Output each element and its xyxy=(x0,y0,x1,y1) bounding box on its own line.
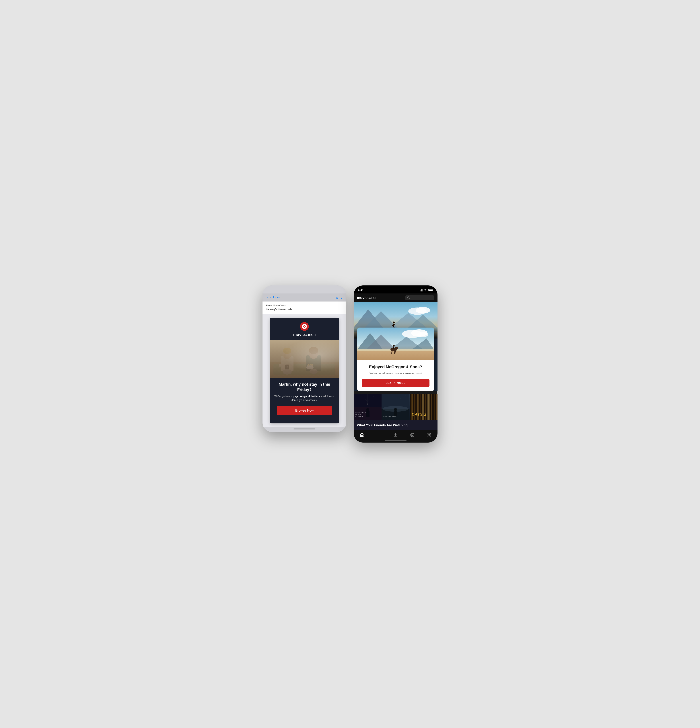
svg-point-62 xyxy=(411,329,428,337)
svg-marker-58 xyxy=(366,335,396,350)
svg-rect-50 xyxy=(393,324,394,327)
nav-menu[interactable] xyxy=(376,433,381,437)
search-bar[interactable] xyxy=(405,295,434,300)
settings-icon xyxy=(427,433,431,437)
email-body-text: We've got more psychological thrillers y… xyxy=(274,394,335,402)
svg-rect-21 xyxy=(306,355,321,371)
svg-line-39 xyxy=(409,298,409,299)
email-hero-image xyxy=(270,340,339,378)
svg-point-5 xyxy=(306,326,307,327)
svg-rect-56 xyxy=(357,328,434,360)
svg-point-107 xyxy=(412,433,413,435)
browse-now-button[interactable]: Browse Now xyxy=(277,406,332,415)
svg-point-6 xyxy=(303,325,304,326)
svg-point-4 xyxy=(302,326,303,327)
svg-point-89 xyxy=(406,396,406,396)
app-notch xyxy=(383,285,408,290)
svg-rect-72 xyxy=(393,347,394,349)
svg-point-66 xyxy=(395,347,398,349)
svg-rect-101 xyxy=(362,435,363,437)
tile-label-spider: THE SPIDERIN THEBATHTUB xyxy=(356,412,366,418)
svg-point-16 xyxy=(283,348,291,354)
phones-container: ＜ < Inbox ∧ ∨ From: MovieCanon January's… xyxy=(262,285,438,442)
signal-icon xyxy=(419,289,423,292)
svg-line-68 xyxy=(393,351,393,354)
phone-app: 9:41 xyxy=(354,285,438,442)
email-headline: Martin, why not stay in this Friday? xyxy=(274,382,335,392)
email-card-text: Martin, why not stay in this Friday? We'… xyxy=(270,378,339,423)
search-icon xyxy=(407,296,410,299)
app-bottom-nav xyxy=(354,430,438,439)
svg-rect-32 xyxy=(421,290,421,292)
download-icon xyxy=(393,433,398,437)
svg-point-15 xyxy=(283,350,291,359)
app-time: 9:41 xyxy=(358,289,363,292)
svg-point-24 xyxy=(306,365,314,369)
inbox-label[interactable]: < Inbox xyxy=(270,296,281,299)
promo-headline: Enjoyed McGregor & Sons? xyxy=(362,364,430,370)
app-logo-bold: movie xyxy=(357,296,367,300)
svg-rect-18 xyxy=(285,364,289,371)
email-body: moviecanon xyxy=(262,314,346,427)
svg-point-78 xyxy=(367,403,369,405)
status-icons xyxy=(419,289,433,292)
email-nav-chevrons: ∧ ∨ xyxy=(336,295,343,299)
phone-email: ＜ < Inbox ∧ ∨ From: MovieCanon January's… xyxy=(262,285,346,432)
svg-point-63 xyxy=(418,332,428,337)
svg-marker-57 xyxy=(357,333,383,350)
svg-point-2 xyxy=(304,325,305,325)
svg-point-85 xyxy=(394,408,397,410)
up-chevron-icon[interactable]: ∧ xyxy=(336,295,338,299)
svg-rect-36 xyxy=(432,290,433,290)
nav-home[interactable] xyxy=(360,433,364,437)
movie-tile-spider[interactable]: THE SPIDERIN THEBATHTUB xyxy=(354,394,382,420)
app-hero-section: Enjoyed McGregor & Sons? We've got all s… xyxy=(354,302,438,391)
svg-point-88 xyxy=(400,399,401,399)
svg-point-29 xyxy=(282,369,292,374)
wifi-icon xyxy=(424,289,427,292)
svg-point-86 xyxy=(387,397,388,398)
email-home-indicator xyxy=(262,427,346,432)
svg-point-71 xyxy=(393,345,395,347)
nav-settings[interactable] xyxy=(427,433,431,437)
email-back-button[interactable]: ＜ < Inbox xyxy=(266,295,281,299)
svg-point-20 xyxy=(287,367,288,368)
svg-point-87 xyxy=(393,396,393,397)
svg-point-3 xyxy=(304,328,305,329)
svg-rect-97 xyxy=(428,394,430,420)
app-home-indicator xyxy=(354,439,438,443)
learn-more-button[interactable]: LEARN MORE xyxy=(362,379,430,387)
email-subject: January's New Arrivals xyxy=(266,308,343,311)
email-nav-bar: ＜ < Inbox ∧ ∨ xyxy=(262,293,346,302)
back-icon: ＜ xyxy=(266,295,269,299)
svg-point-80 xyxy=(366,408,369,411)
tile-label-grid: OFF THE GRID xyxy=(383,416,396,418)
svg-point-108 xyxy=(428,434,430,435)
nav-download[interactable] xyxy=(393,433,398,437)
app-logo-regular: canon xyxy=(367,296,377,300)
battery-icon xyxy=(428,289,433,292)
friends-watching-section: What Your Friends Are Watching xyxy=(354,420,438,430)
svg-point-7 xyxy=(305,325,306,326)
svg-rect-31 xyxy=(419,290,420,292)
nav-profile[interactable] xyxy=(410,433,415,437)
svg-rect-64 xyxy=(357,351,434,360)
app-logo: moviecanon xyxy=(357,296,377,300)
svg-marker-59 xyxy=(390,337,423,350)
svg-point-19 xyxy=(287,366,288,367)
tile-label-cats: CATS 2 xyxy=(412,412,427,416)
svg-rect-79 xyxy=(366,411,369,417)
movie-tiles: THE SPIDERIN THEBATHTUB xyxy=(354,394,438,420)
svg-point-27 xyxy=(310,364,311,365)
svg-rect-98 xyxy=(431,394,432,420)
svg-point-9 xyxy=(305,327,306,328)
promo-card-image xyxy=(357,328,434,360)
svg-rect-33 xyxy=(421,289,422,292)
svg-rect-11 xyxy=(270,362,339,378)
movie-tile-grid[interactable]: OFF THE GRID xyxy=(382,394,409,420)
movie-tile-cats[interactable]: CATS 2 xyxy=(409,394,438,420)
down-chevron-icon[interactable]: ∨ xyxy=(340,295,343,299)
svg-rect-13 xyxy=(273,368,336,374)
email-body-before: We've got more xyxy=(274,395,293,398)
svg-rect-105 xyxy=(394,436,397,436)
